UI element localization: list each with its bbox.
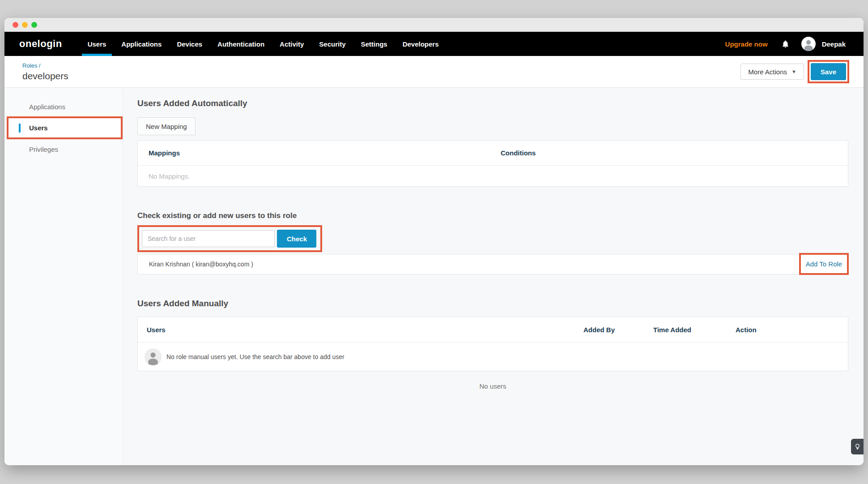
time-added-column-header: Time Added (653, 326, 736, 334)
navbar-right: Upgrade now Deepak (725, 32, 864, 56)
nav-item-developers[interactable]: Developers (395, 32, 447, 56)
result-user-label: Kiran Krishnan ( kiran@boxyhq.com ) (149, 261, 253, 268)
nav-item-devices[interactable]: Devices (169, 32, 210, 56)
manual-users-table: Users Added By Time Added Action No role… (137, 317, 848, 371)
no-users-text: No users (137, 382, 848, 390)
nav-item-security[interactable]: Security (311, 32, 353, 56)
users-added-manually-heading: Users Added Manually (137, 299, 848, 308)
user-result-row: Kiran Krishnan ( kiran@boxyhq.com ) Add … (137, 254, 848, 274)
manual-table-header: Users Added By Time Added Action (138, 317, 848, 343)
more-actions-label: More Actions (748, 68, 787, 76)
search-user-input[interactable] (142, 230, 275, 247)
caret-down-icon: ▼ (791, 69, 796, 74)
add-to-role-link[interactable]: Add To Role (806, 260, 842, 268)
onelogin-logo[interactable]: onelogin (4, 32, 62, 56)
more-actions-button[interactable]: More Actions ▼ (740, 64, 804, 80)
top-navbar: onelogin Users Applications Devices Auth… (4, 32, 864, 56)
add-to-role-annotation-box: Add To Role (799, 253, 849, 275)
new-mapping-button[interactable]: New Mapping (137, 117, 196, 135)
breadcrumb[interactable]: Roles / (22, 62, 68, 69)
window-titlebar (4, 18, 864, 32)
minimize-window-button[interactable] (22, 22, 28, 28)
maximize-window-button[interactable] (31, 22, 37, 28)
content-body: Applications Users Privileges Users Adde… (4, 88, 864, 465)
mappings-table-header: Mappings Conditions (138, 141, 848, 166)
help-lightbulb-button[interactable] (851, 439, 864, 454)
added-by-column-header: Added By (583, 326, 653, 334)
no-mappings-row: No Mappings. (138, 166, 848, 186)
mappings-column-header: Mappings (149, 149, 501, 157)
close-window-button[interactable] (13, 22, 18, 28)
action-column-header: Action (736, 326, 837, 334)
sidebar-item-applications[interactable]: Applications (4, 97, 123, 116)
manual-empty-text: No role manual users yet. Use the search… (166, 353, 345, 360)
check-button[interactable]: Check (277, 230, 316, 248)
users-annotation-box: Users (7, 116, 123, 139)
users-added-automatically-heading: Users Added Automatically (137, 99, 848, 108)
nav-item-activity[interactable]: Activity (272, 32, 311, 56)
search-annotation-box: Check (137, 225, 322, 252)
upgrade-now-link[interactable]: Upgrade now (725, 40, 768, 48)
sidebar-item-users[interactable]: Users (9, 118, 121, 138)
active-item-bar (19, 124, 21, 133)
save-annotation-box: Save (808, 60, 849, 83)
browser-window: onelogin Users Applications Devices Auth… (4, 18, 864, 465)
mappings-table: Mappings Conditions No Mappings. (137, 140, 848, 187)
main-navigation: Users Applications Devices Authenticatio… (80, 32, 447, 56)
nav-item-users[interactable]: Users (80, 32, 114, 56)
header-actions: More Actions ▼ Save (740, 60, 849, 83)
nav-item-settings[interactable]: Settings (353, 32, 395, 56)
user-name[interactable]: Deepak (822, 40, 846, 48)
notifications-bell-icon[interactable] (781, 40, 790, 48)
user-avatar-icon[interactable] (801, 37, 816, 51)
page-header-left: Roles / developers (22, 62, 68, 81)
nav-item-authentication[interactable]: Authentication (210, 32, 272, 56)
page-title: developers (22, 71, 68, 81)
role-sidebar: Applications Users Privileges (4, 88, 123, 465)
lightbulb-icon (854, 443, 861, 450)
check-users-heading: Check existing or add new users to this … (137, 211, 848, 220)
sidebar-item-users-label: Users (29, 124, 48, 132)
main-panel: Users Added Automatically New Mapping Ma… (123, 88, 864, 465)
page-header: Roles / developers More Actions ▼ Save (4, 56, 864, 88)
manual-empty-row: No role manual users yet. Use the search… (138, 343, 848, 371)
save-button[interactable]: Save (811, 63, 846, 80)
person-placeholder-icon (145, 348, 162, 365)
users-column-header: Users (147, 326, 583, 334)
nav-item-applications[interactable]: Applications (114, 32, 169, 56)
sidebar-item-privileges[interactable]: Privileges (4, 139, 123, 159)
conditions-column-header: Conditions (501, 149, 837, 157)
